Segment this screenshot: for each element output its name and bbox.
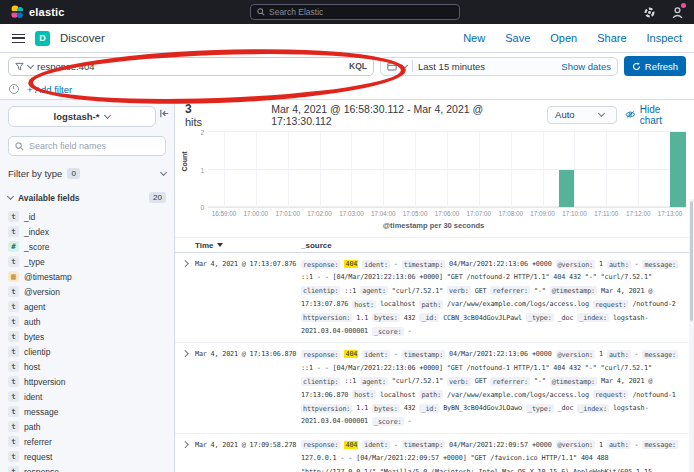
source-field-name: request: [593, 300, 629, 309]
discover-app-badge[interactable]: D [35, 31, 50, 46]
source-field-value: 1 [599, 260, 603, 268]
filter-by-type-control[interactable]: Filter by type 0 [8, 165, 166, 181]
expand-row-icon[interactable] [175, 348, 195, 428]
toolbar-action-inspect[interactable]: Inspect [647, 32, 682, 44]
field-name: response [24, 467, 59, 472]
sidebar-field-message[interactable]: tmessage [8, 404, 166, 419]
source-field-name: @version: [556, 260, 595, 269]
string-field-icon: t [8, 376, 19, 387]
toolbar-action-save[interactable]: Save [505, 32, 530, 44]
source-field-value: /var/www/example.com/logs/access.log [447, 391, 589, 399]
global-search-input[interactable]: Search Elastic [250, 4, 460, 20]
collapse-sidebar-icon[interactable] [159, 108, 170, 119]
sidebar-field-request[interactable]: trequest [8, 449, 166, 464]
toolbar-action-open[interactable]: Open [550, 32, 577, 44]
sidebar-field-response[interactable]: tresponse [8, 464, 166, 472]
query-input[interactable]: response:404 KQL [8, 57, 374, 76]
expand-row-icon[interactable] [175, 258, 195, 338]
x-gridline [415, 132, 416, 207]
sidebar-field-@timestamp[interactable]: ▦@timestamp [8, 269, 166, 284]
chart-plot-area[interactable]: 012 [208, 132, 686, 208]
source-field-value: - [408, 327, 412, 335]
string-field-icon: t [8, 451, 19, 462]
calendar-icon[interactable] [387, 61, 397, 71]
field-name: path [24, 422, 41, 432]
column-header-time[interactable]: Time [195, 241, 301, 250]
interval-select[interactable]: Auto [547, 106, 617, 124]
x-gridline [511, 132, 512, 207]
source-field-value: ::1 - - [04/Mar/2021:22:13:06 +0000] "GE… [301, 364, 652, 372]
date-picker-chevron-icon[interactable] [401, 61, 408, 68]
sidebar-field-_score[interactable]: #_score [8, 239, 166, 254]
x-gridline [479, 132, 480, 207]
source-field-name: @timestamp: [550, 286, 597, 295]
saved-query-chevron-icon[interactable] [27, 61, 34, 68]
source-field-name: ident: [362, 260, 390, 269]
source-field-name: @version: [556, 350, 595, 359]
string-field-icon: t [8, 256, 19, 267]
scrollbar[interactable] [689, 199, 694, 472]
breadcrumb: Discover [60, 32, 105, 44]
source-field-value: "-" [534, 287, 546, 295]
query-text[interactable]: response:404 [37, 61, 345, 72]
sidebar-field-auth[interactable]: tauth [8, 314, 166, 329]
sidebar-field-httpversion[interactable]: thttpversion [8, 374, 166, 389]
source-field-name: _score: [372, 417, 404, 426]
histogram-bar[interactable] [559, 170, 575, 208]
filter-circle-icon[interactable] [9, 84, 19, 94]
query-bar: response:404 KQL Last 15 minutes Show da… [0, 53, 694, 79]
column-header-source: _source [301, 241, 332, 250]
toolbar-action-new[interactable]: New [463, 32, 485, 44]
field-name: clientip [24, 347, 50, 357]
x-tick-label: 16:59:00 [212, 210, 237, 217]
menu-hamburger-icon[interactable] [12, 34, 25, 43]
histogram-chart[interactable]: Count 012 16:59:0017:00:0017:01:0017:02:… [181, 132, 686, 230]
y-tick-label: 1 [200, 166, 204, 173]
scrollbar-thumb[interactable] [690, 201, 693, 321]
sidebar-field-clientip[interactable]: tclientip [8, 344, 166, 359]
date-picker[interactable]: Last 15 minutes Show dates [380, 57, 618, 76]
histogram-bar[interactable] [670, 132, 686, 207]
user-avatar[interactable] [670, 5, 684, 19]
field-search-input[interactable]: Search field names [8, 136, 166, 156]
deployment-gear-icon[interactable] [642, 5, 656, 19]
row-source: response: 404 ident: - timestamp: 04/Mar… [301, 348, 688, 428]
source-field-name: httpversion: [301, 313, 352, 322]
sidebar-field-referrer[interactable]: treferrer [8, 434, 166, 449]
source-field-name: response: [301, 260, 340, 269]
sidebar-field-_index[interactable]: t_index [8, 224, 166, 239]
refresh-button[interactable]: Refresh [624, 56, 686, 76]
source-field-value: CCBN_3cB04dGovJLPawl [443, 314, 522, 322]
source-field-name: httpversion: [301, 404, 352, 413]
saved-query-icon[interactable] [15, 62, 24, 71]
sidebar-field-path[interactable]: tpath [8, 419, 166, 434]
sidebar-field-host[interactable]: thost [8, 359, 166, 374]
query-language-toggle[interactable]: KQL [349, 61, 367, 71]
highlighted-value: 404 [344, 350, 358, 358]
index-pattern-selector[interactable]: logstash-* [8, 106, 156, 127]
sidebar-field-ident[interactable]: tident [8, 389, 166, 404]
elastic-logo[interactable]: elastic [10, 5, 65, 19]
sidebar-field-_type[interactable]: t_type [8, 254, 166, 269]
filter-by-type-label: Filter by type [8, 168, 62, 179]
available-fields-header[interactable]: Available fields 20 [8, 192, 166, 203]
x-tick-label: 17:05:00 [403, 210, 428, 217]
available-fields-label: Available fields [18, 193, 80, 203]
source-field-name: @version: [556, 440, 595, 449]
sidebar-field-bytes[interactable]: tbytes [8, 329, 166, 344]
show-dates-button[interactable]: Show dates [561, 61, 611, 72]
source-field-value: 04/Mar/2021:22:09:57 +0000 [449, 441, 552, 449]
sidebar-field-_id[interactable]: t_id [8, 209, 166, 224]
field-name: _score [24, 242, 50, 252]
add-filter-button[interactable]: + Add filter [27, 84, 72, 95]
source-field-value: - [635, 350, 639, 358]
x-tick-label: 17:07:00 [467, 210, 492, 217]
source-field-value: - [394, 350, 398, 358]
expand-row-icon[interactable] [175, 439, 195, 472]
toolbar-action-share[interactable]: Share [597, 32, 626, 44]
hide-chart-button[interactable]: Hide chart [625, 104, 684, 126]
time-range-value[interactable]: Last 15 minutes [418, 61, 485, 72]
source-field-name: ident: [362, 440, 390, 449]
sidebar-field-@version[interactable]: t@version [8, 284, 166, 299]
sidebar-field-agent[interactable]: tagent [8, 299, 166, 314]
